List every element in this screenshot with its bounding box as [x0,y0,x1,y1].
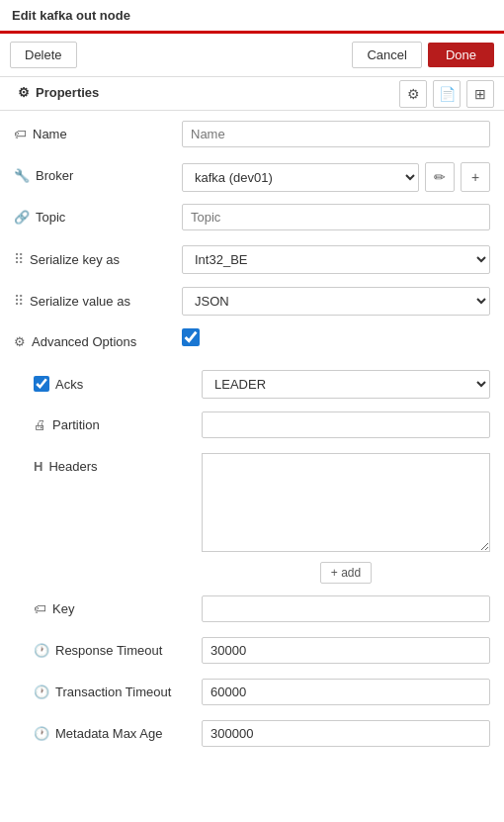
done-button[interactable]: Done [428,43,494,67]
toolbar-right: Cancel Done [352,42,494,68]
serialize-key-icon [14,251,24,267]
key-row: 🏷 Key [14,595,490,625]
headers-control-wrap: + add [202,453,490,584]
advanced-options-label: ⚙ Advanced Options [14,328,182,349]
topic-row: 🔗 Topic [14,204,490,233]
response-timeout-label: 🕐 Response Timeout [34,637,202,658]
name-input[interactable] [182,121,490,147]
title-bar: Edit kafka out node [0,0,504,34]
serialize-key-wrap: Int32_BE String JSON Buffer [182,245,490,274]
acks-control-wrap: LEADER ALL NONE [202,370,490,399]
tab-grid-button[interactable]: ⊞ [466,80,494,108]
transaction-timeout-label: 🕐 Transaction Timeout [34,679,202,699]
toolbar-left: Delete [10,42,77,68]
transaction-timeout-row: 🕐 Transaction Timeout [14,679,490,708]
advanced-options-row: ⚙ Advanced Options [14,328,490,358]
tab-doc-button[interactable]: 📄 [433,80,461,108]
broker-icon: 🔧 [14,168,30,183]
key-tag-icon: 🏷 [34,601,46,616]
tab-properties-label: Properties [36,85,99,100]
advanced-options-checkbox[interactable] [182,328,200,346]
broker-add-button[interactable]: + [461,162,490,192]
serialize-key-select[interactable]: Int32_BE String JSON Buffer [182,245,490,274]
key-input[interactable] [202,595,490,622]
response-timeout-row: 🕐 Response Timeout [14,637,490,667]
delete-button[interactable]: Delete [10,42,77,68]
serialize-key-row: Serialize key as Int32_BE String JSON Bu… [14,245,490,275]
add-header-button[interactable]: + add [320,562,372,584]
headers-row: Headers + add [14,453,490,584]
serialize-key-label: Serialize key as [14,245,182,267]
partition-label: 🖨 Partition [34,411,202,432]
toolbar: Delete Cancel Done [0,34,504,77]
response-timeout-input[interactable] [202,637,490,664]
topic-input-wrap [182,204,490,230]
tab-gear-button[interactable]: ⚙ [399,80,427,108]
metadata-max-age-clock-icon: 🕐 [34,726,49,741]
tab-bar: Properties ⚙ 📄 ⊞ [0,77,504,111]
name-tag-icon: 🏷 [14,127,27,141]
metadata-max-age-wrap [202,720,490,747]
partition-icon: 🖨 [34,417,46,432]
serialize-value-row: Serialize value as JSON String Buffer In… [14,287,490,317]
topic-label: 🔗 Topic [14,204,182,225]
headers-textarea[interactable] [202,453,490,552]
serialize-value-icon [14,293,24,309]
broker-control-wrap: kafka (dev01) ✏ + [182,162,490,192]
acks-checkbox[interactable] [34,376,49,392]
advanced-gear-icon: ⚙ [14,334,26,349]
broker-label: 🔧 Broker [14,162,182,183]
broker-select[interactable]: kafka (dev01) [182,163,419,192]
topic-input[interactable] [182,204,490,230]
key-input-wrap [202,595,490,622]
name-input-wrap [182,121,490,147]
form-body: 🏷 Name 🔧 Broker kafka (dev01) ✏ + 🔗 Topi… [0,111,504,772]
response-timeout-clock-icon: 🕐 [34,643,49,658]
partition-input-wrap [202,411,490,438]
name-label: 🏷 Name [14,121,182,141]
title-text: Edit kafka out node [12,8,130,23]
metadata-max-age-label: 🕐 Metadata Max Age [34,720,202,741]
metadata-max-age-input[interactable] [202,720,490,747]
partition-input[interactable] [202,411,490,438]
topic-link-icon: 🔗 [14,210,30,225]
key-label: 🏷 Key [34,595,202,616]
transaction-timeout-clock-icon: 🕐 [34,685,49,699]
broker-row: 🔧 Broker kafka (dev01) ✏ + [14,162,490,192]
headers-h-icon [34,459,42,474]
advanced-checkbox-wrap [182,328,490,346]
transaction-timeout-wrap [202,679,490,705]
tab-icon-group: ⚙ 📄 ⊞ [399,80,494,108]
response-timeout-wrap [202,637,490,664]
tab-properties[interactable]: Properties [10,77,111,110]
cancel-button[interactable]: Cancel [352,42,421,68]
broker-edit-button[interactable]: ✏ [425,162,455,192]
transaction-timeout-input[interactable] [202,679,490,705]
acks-row: Acks LEADER ALL NONE [14,370,490,400]
serialize-value-wrap: JSON String Buffer Int32_BE [182,287,490,316]
serialize-value-label: Serialize value as [14,287,182,309]
headers-label: Headers [34,453,202,474]
partition-row: 🖨 Partition [14,411,490,441]
metadata-max-age-row: 🕐 Metadata Max Age [14,720,490,750]
acks-select[interactable]: LEADER ALL NONE [202,370,490,399]
properties-gear-icon [18,85,30,100]
serialize-value-select[interactable]: JSON String Buffer Int32_BE [182,287,490,316]
acks-label: Acks [34,370,202,392]
name-row: 🏷 Name [14,121,490,150]
